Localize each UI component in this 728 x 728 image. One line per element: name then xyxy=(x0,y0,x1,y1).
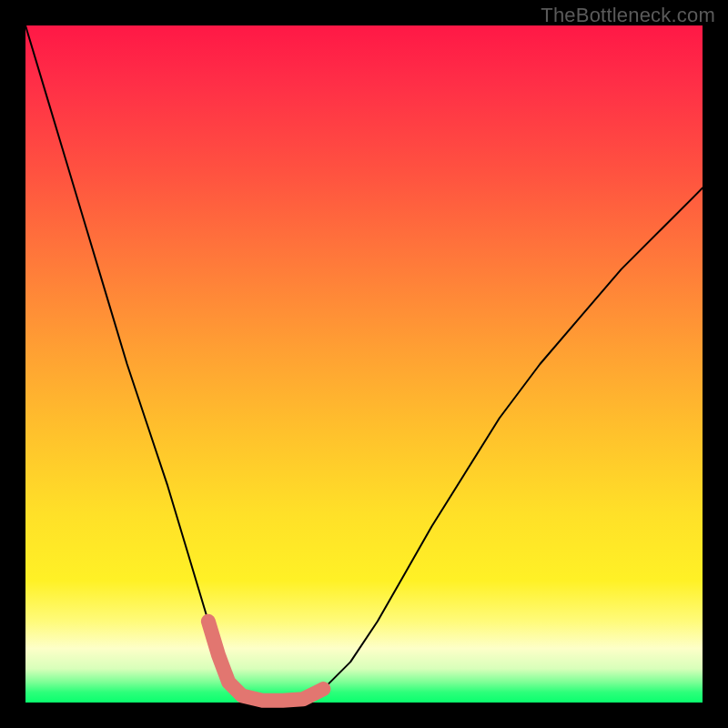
optimal-band-marker xyxy=(208,622,323,701)
plot-area xyxy=(25,25,703,703)
chart-frame: TheBottleneck.com xyxy=(0,0,728,728)
bottleneck-curve xyxy=(25,25,703,701)
chart-svg xyxy=(25,25,703,703)
watermark-text: TheBottleneck.com xyxy=(541,4,715,27)
